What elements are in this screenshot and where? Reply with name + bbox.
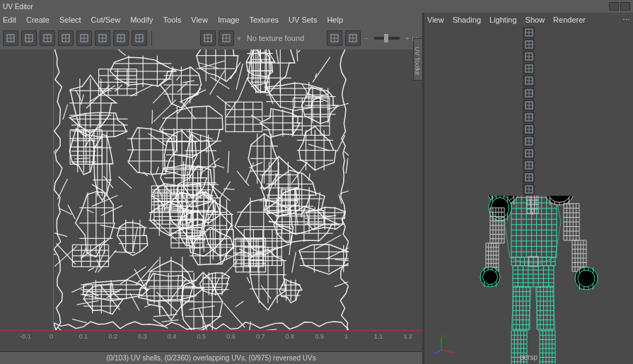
svg-line-328 (178, 275, 179, 299)
menu-help[interactable]: Help (327, 16, 343, 24)
viewport-panel: ViewShadingLightingShowRenderer⋯ ↖ y x z… (424, 13, 633, 364)
svg-line-438 (247, 277, 250, 283)
svg-line-422 (144, 305, 151, 307)
uv-menubar: EditCreateSelectCut/SewModifyToolsViewIm… (0, 13, 422, 27)
menu-edit[interactable]: Edit (3, 16, 16, 24)
exposure-slider[interactable] (374, 37, 400, 40)
dropdown-arrow[interactable]: ▾ (237, 34, 241, 43)
title-bar: UV Editor (0, 0, 633, 13)
refresh-icon[interactable] (327, 30, 342, 46)
vp-menu-renderer[interactable]: Renderer (553, 16, 586, 24)
menu-select[interactable]: Select (59, 16, 81, 24)
wire-box-icon[interactable] (523, 172, 535, 183)
svg-line-439 (346, 158, 348, 174)
grid-snap-icon[interactable] (3, 30, 18, 46)
plus-icon[interactable]: + (405, 34, 410, 42)
grid2-icon[interactable] (523, 124, 535, 135)
menu-cutsew[interactable]: Cut/Sew (91, 16, 121, 24)
svg-line-385 (177, 76, 180, 80)
arrow-icon[interactable] (523, 39, 535, 50)
character-mesh[interactable]: ↖ (455, 196, 603, 365)
svg-line-361 (88, 268, 94, 271)
expand-btn[interactable] (620, 2, 630, 11)
uv-tick-x: 1 (344, 333, 348, 340)
dashed-circle-icon[interactable] (113, 30, 129, 46)
uv-tick-x: 0.4 (168, 333, 177, 340)
vp-menu-lighting[interactable]: Lighting (489, 16, 517, 24)
uv-shelf: ▾ No texture found − + ▸▸ (0, 27, 422, 49)
status-text: (0/103) UV shells, (0/2360) overlapping … (106, 354, 315, 362)
image-icon[interactable] (200, 30, 216, 46)
vp-menu-show[interactable]: Show (525, 16, 545, 24)
checker-icon[interactable] (219, 30, 234, 46)
svg-line-318 (223, 303, 245, 328)
svg-point-786 (578, 270, 595, 287)
minimize-btn[interactable] (609, 2, 619, 11)
menu-image[interactable]: Image (218, 16, 240, 24)
grid4-icon[interactable] (523, 148, 535, 159)
svg-line-416 (158, 300, 160, 314)
svg-line-380 (151, 171, 161, 195)
camera-icon[interactable] (132, 30, 147, 46)
svg-line-377 (254, 329, 277, 330)
grid3-icon[interactable] (523, 136, 535, 147)
pen-icon[interactable] (523, 75, 535, 86)
pointer-icon[interactable] (523, 88, 535, 99)
svg-line-445 (257, 49, 262, 62)
uv-tick-x: 0.8 (286, 333, 295, 340)
viewport-menubar: ViewShadingLightingShowRenderer⋯ (424, 13, 633, 27)
menu-uvsets[interactable]: UV Sets (289, 16, 317, 24)
svg-line-323 (335, 259, 349, 261)
minus-icon[interactable]: − (364, 34, 368, 42)
uv-tick-x: 1.1 (374, 333, 383, 340)
persp-viewport[interactable]: ↖ y x z persp (424, 196, 633, 365)
uv-tick-x: 0.2 (108, 333, 117, 340)
svg-line-442 (298, 50, 300, 53)
uv-toolkit-tab[interactable]: UV Toolkit (413, 38, 423, 81)
svg-line-390 (315, 235, 341, 249)
menu-create[interactable]: Create (26, 16, 50, 24)
shaded-box-icon[interactable] (523, 160, 535, 171)
vp-menu-view[interactable]: View (427, 16, 444, 24)
svg-line-421 (54, 233, 67, 237)
svg-line-346 (182, 81, 194, 83)
vp-menu-shading[interactable]: Shading (453, 16, 481, 24)
grid-icon[interactable] (523, 112, 535, 123)
svg-line-326 (216, 95, 231, 107)
viewcube-icon[interactable] (523, 27, 535, 38)
uv-grid-icon[interactable] (76, 30, 92, 46)
image-small-icon[interactable] (345, 30, 361, 46)
svg-line-379 (228, 151, 229, 173)
vp-menu-more[interactable]: ⋯ (622, 16, 630, 25)
menu-textures[interactable]: Textures (249, 16, 279, 24)
window-title: UV Editor (3, 3, 33, 11)
pin-icon[interactable] (523, 63, 535, 74)
svg-line-430 (107, 289, 122, 298)
uv-canvas[interactable]: -0.100.10.20.30.40.50.60.70.80.911.11.2 (0, 49, 422, 351)
viewport-shelf (424, 27, 633, 196)
svg-line-393 (313, 57, 330, 83)
bookmark-icon[interactable] (523, 51, 535, 62)
svg-line-428 (223, 189, 235, 189)
svg-line-308 (153, 319, 168, 329)
svg-line-349 (54, 254, 56, 260)
svg-line-401 (292, 252, 296, 272)
svg-line-403 (162, 320, 179, 322)
uv-tick-x: 0.7 (256, 333, 265, 340)
uv-tick-x: -0.1 (20, 333, 31, 340)
uv-shell-border-icon[interactable] (58, 30, 74, 46)
lasso-icon[interactable] (523, 100, 535, 111)
uv-lattice-icon[interactable] (95, 30, 110, 46)
menu-view[interactable]: View (191, 16, 208, 24)
menu-tools[interactable]: Tools (163, 16, 182, 24)
uv-shell-icon[interactable] (40, 30, 55, 46)
view-axis-gizmo[interactable]: y x z (434, 333, 455, 354)
svg-line-329 (189, 306, 215, 310)
svg-line-330 (261, 285, 271, 298)
menu-modify[interactable]: Modify (130, 16, 153, 24)
magnet-icon[interactable] (21, 30, 37, 46)
film-icon[interactable] (523, 184, 535, 195)
uv-tick-x: 1.2 (403, 333, 412, 340)
svg-line-321 (222, 261, 238, 277)
svg-line-429 (199, 158, 219, 175)
